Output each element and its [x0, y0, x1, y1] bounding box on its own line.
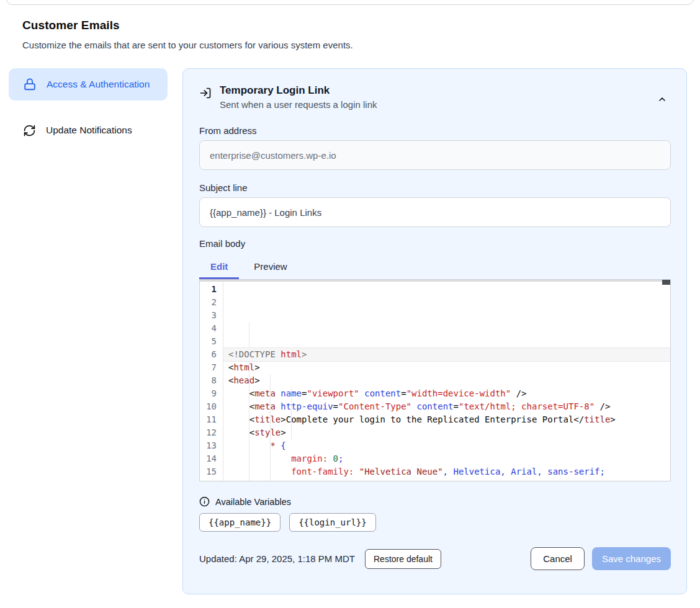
card-header: Temporary Login Link Sent when a user re… [199, 84, 671, 110]
line-number: 13 [200, 439, 217, 452]
card-title: Temporary Login Link [220, 84, 377, 97]
lock-icon [23, 78, 37, 91]
line-number: 6 [200, 348, 217, 361]
available-variables-row: Available Variables [199, 496, 671, 507]
line-number: 8 [200, 374, 217, 387]
sidebar-item-label: Access & Authentication [47, 77, 150, 92]
line-number: 3 [200, 309, 217, 322]
email-template-card: Temporary Login Link Sent when a user re… [182, 68, 687, 594]
line-number: 2 [200, 296, 217, 309]
code-line[interactable]: <title>Complete your login to the Replic… [228, 413, 670, 426]
variable-chip-app-name[interactable]: {{app_name}} [199, 513, 280, 532]
updated-timestamp: Updated: Apr 29, 2025, 1:18 PM MDT [199, 553, 355, 564]
line-number: 7 [200, 361, 217, 374]
line-number: 9 [200, 387, 217, 400]
code-line[interactable]: * { [228, 439, 670, 452]
card-footer: Updated: Apr 29, 2025, 1:18 PM MDT Resto… [199, 547, 671, 570]
code-line[interactable]: box-sizing: border-box; [228, 478, 670, 481]
cancel-button[interactable]: Cancel [531, 547, 585, 570]
sidebar-item-update-notifications[interactable]: Update Notifications [9, 114, 168, 146]
sidebar-item-label: Update Notifications [46, 123, 132, 138]
page-header: Customer Emails Customize the emails tha… [22, 19, 353, 50]
code-line[interactable]: <!DOCTYPE html> [223, 348, 670, 361]
subject-line-input[interactable] [199, 197, 671, 227]
sidebar: Access & Authentication Update Notificat… [9, 68, 168, 146]
collapse-button[interactable] [655, 92, 670, 107]
code-line[interactable]: <html> [228, 361, 670, 374]
email-body-label: Email body [199, 238, 671, 249]
from-address-label: From address [199, 125, 671, 136]
chevron-up-icon [657, 94, 667, 104]
code-line[interactable]: margin: 0; [228, 452, 670, 465]
line-number: 10 [200, 400, 217, 413]
line-number: 15 [200, 465, 217, 478]
line-number: 4 [200, 322, 217, 335]
refresh-icon [23, 124, 36, 137]
editor-horizontal-scrollbar[interactable] [200, 280, 670, 282]
line-number: 12 [200, 426, 217, 439]
variable-chip-login-url[interactable]: {{login_url}} [289, 513, 376, 532]
code-line[interactable]: <meta name="viewport" content="width=dev… [228, 387, 670, 400]
editor-vertical-scrollbar-thumb[interactable] [662, 280, 670, 285]
top-card-edge [6, 0, 694, 5]
code-line[interactable]: font-family: "Helvetica Neue", Helvetica… [228, 465, 670, 478]
from-address-input[interactable] [199, 140, 671, 170]
editor-code[interactable]: <!DOCTYPE html><html><head> <meta name="… [223, 280, 670, 481]
info-icon [199, 496, 210, 507]
code-editor[interactable]: 12345678910111213141516 <!DOCTYPE html><… [199, 279, 671, 481]
line-number: 1 [200, 283, 217, 296]
variable-chips: {{app_name}} {{login_url}} [199, 513, 671, 532]
line-number: 16 [200, 478, 217, 481]
code-line[interactable]: <meta http-equiv="Content-Type" content=… [228, 400, 670, 413]
line-number: 11 [200, 413, 217, 426]
available-variables-label: Available Variables [215, 497, 291, 507]
line-number: 5 [200, 335, 217, 348]
line-number: 14 [200, 452, 217, 465]
card-subtitle: Sent when a user requests a login link [220, 99, 377, 110]
log-in-icon [199, 87, 212, 110]
save-changes-button[interactable]: Save changes [592, 547, 671, 570]
subject-line-label: Subject line [199, 182, 671, 193]
editor-tabs: Edit Preview [199, 257, 671, 279]
card-header-text: Temporary Login Link Sent when a user re… [220, 84, 377, 110]
editor-gutter: 12345678910111213141516 [200, 280, 223, 481]
tab-edit[interactable]: Edit [199, 257, 239, 279]
tab-preview[interactable]: Preview [243, 257, 298, 279]
sidebar-item-access-authentication[interactable]: Access & Authentication [9, 68, 168, 101]
page-title: Customer Emails [22, 19, 353, 32]
page-subtitle: Customize the emails that are sent to yo… [22, 40, 353, 50]
restore-default-button[interactable]: Restore default [365, 549, 441, 569]
code-line[interactable]: <style> [228, 426, 670, 439]
code-line[interactable]: <head> [228, 374, 670, 387]
